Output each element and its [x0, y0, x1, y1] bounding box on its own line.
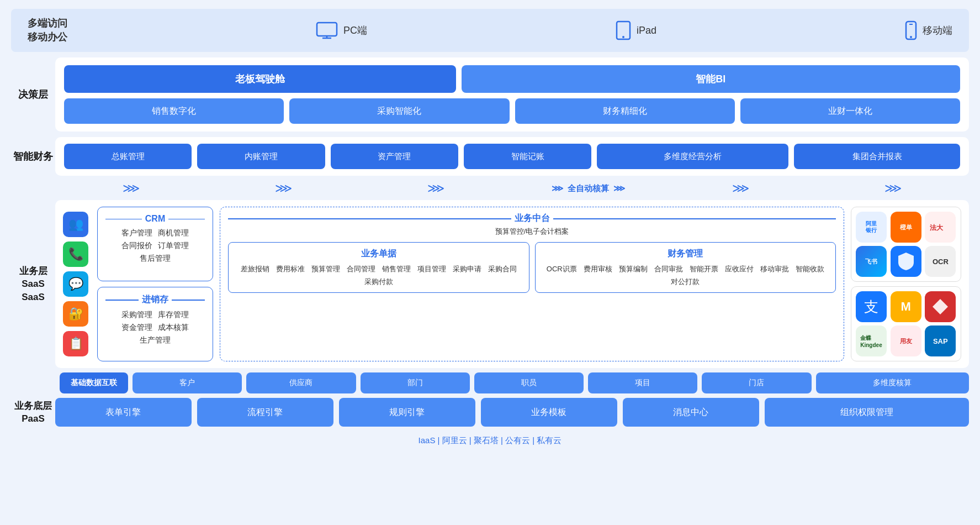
boss-cockpit-btn[interactable]: 老板驾驶舱 [64, 65, 456, 93]
finance-refined-btn[interactable]: 财务精细化 [515, 98, 735, 124]
bd-item-5: 项目管理 [417, 264, 446, 274]
arrow-6: ⋙ [817, 181, 969, 196]
main-container: 多端访问移动办公 PC端 iPad 移动端 [0, 0, 980, 525]
ipad-label: iPad [637, 25, 656, 36]
bd-item-7: 采购合同 [488, 264, 517, 274]
crm-item-0: 客户管理 [121, 228, 152, 238]
app-orange: 橙单 [891, 212, 921, 243]
crm-item-3: 订单管理 [158, 241, 189, 251]
foundation-dept[interactable]: 部门 [361, 372, 470, 393]
paas-form-engine[interactable]: 表单引擎 [55, 398, 192, 427]
pc-item: PC端 [316, 22, 367, 39]
paas-label: 业务底层 PaaS [11, 398, 55, 427]
foundation-multidim[interactable]: 多维度核算 [816, 372, 970, 393]
app-feishu: 飞书 [856, 246, 887, 277]
saas-label: 业务层 SaaS SaaS [11, 200, 55, 368]
arrow-3: ⋙ [360, 181, 512, 196]
bd-item-3: 合同管理 [347, 264, 375, 274]
general-ledger-btn[interactable]: 总账管理 [64, 144, 192, 169]
app-sap: SAP [925, 326, 956, 356]
mobile-label: 移动端 [923, 24, 952, 37]
icon-shield: 🔐 [63, 301, 88, 327]
fm-item-7: 智能收款 [796, 264, 824, 274]
ipad-icon [616, 20, 631, 40]
svg-marker-9 [933, 299, 948, 314]
paas-message-center[interactable]: 消息中心 [623, 398, 759, 427]
iaas-footer: IaaS | 阿里云 | 聚石塔 | 公有云 | 私有云 [11, 431, 969, 450]
fm-item-2: 预算编制 [619, 264, 648, 274]
saas-section: 业务层 SaaS SaaS 👥 📞 💬 🔐 📋 CRM [11, 200, 969, 368]
foundation-project[interactable]: 项目 [588, 372, 697, 393]
pc-label: PC端 [343, 24, 367, 37]
foundation-staff[interactable]: 职员 [474, 372, 584, 393]
paas-section: 业务底层 PaaS 表单引擎 流程引擎 规则引擎 业务模板 消息中心 组织权限管… [11, 398, 969, 427]
foundation-label-btn[interactable]: 基础数据互联 [60, 372, 128, 393]
app-ali-bank: 阿里银行 [856, 212, 887, 243]
sales-digital-btn[interactable]: 销售数字化 [64, 98, 284, 124]
decision-label: 决策层 [11, 57, 55, 132]
app-fadada: 法大 [925, 212, 956, 243]
arrow-1: ⋙ [55, 181, 208, 196]
foundation-store[interactable]: 门店 [702, 372, 811, 393]
mobile-item: 移动端 [905, 20, 952, 40]
paas-flow-engine[interactable]: 流程引擎 [197, 398, 333, 427]
foundation-customer[interactable]: 客户 [133, 372, 242, 393]
app-alipay: 支 [856, 291, 887, 322]
smart-bi-btn[interactable]: 智能BI [462, 65, 960, 93]
paas-biz-template[interactable]: 业务模板 [481, 398, 617, 427]
bd-item-4: 销售管理 [382, 264, 411, 274]
finance-label: 智能财务 [11, 137, 55, 176]
crm-item-4: 售后管理 [140, 254, 171, 264]
auto-calc-label: ⋙ 全自动核算 ⋙ [512, 183, 664, 194]
group-report-btn[interactable]: 集团合并报表 [794, 144, 960, 169]
fm-item-3: 合同审批 [654, 264, 683, 274]
apps-top-grid: 阿里银行 橙单 法大 飞书 OCR [851, 207, 961, 282]
icon-chat: 💬 [63, 271, 88, 297]
platform-subtitle: 预算管控/电子会计档案 [228, 227, 836, 237]
svg-point-6 [910, 36, 912, 38]
biz-docs-title: 业务单据 [235, 248, 522, 260]
jxc-item-3: 成本核算 [158, 323, 189, 333]
jxc-item-2: 资金管理 [121, 323, 152, 333]
smart-booking-btn[interactable]: 智能记账 [464, 144, 591, 169]
bd-item-1: 费用标准 [276, 264, 305, 274]
pc-icon [316, 22, 338, 39]
biz-finance-btn[interactable]: 业财一体化 [740, 98, 960, 124]
asset-mgmt-btn[interactable]: 资产管理 [331, 144, 458, 169]
right-apps: 阿里银行 橙单 法大 飞书 OCR [851, 207, 961, 361]
icon-doc: 📋 [63, 331, 88, 356]
app-meituan: M [891, 291, 921, 322]
app-shield [891, 246, 921, 277]
app-yonyou: 用友 [891, 326, 921, 356]
fm-item-0: OCR识票 [547, 264, 577, 274]
finance-mgmt-block: 财务管理 OCR识票 费用审核 预算编制 合同审批 智能开票 应收应付 移动审批… [535, 242, 836, 293]
middle-platform: 业务中台 预算管控/电子会计档案 业务单据 差旅报销 费用标准 预算管理 合同管… [220, 207, 844, 361]
bd-item-0: 差旅报销 [241, 264, 269, 274]
crm-title: CRM [145, 214, 165, 224]
jxc-title: 进销存 [142, 294, 168, 306]
multi-dim-btn[interactable]: 多维度经营分析 [597, 144, 788, 169]
svg-rect-0 [317, 23, 337, 36]
foundation-section: 基础数据互联 客户 供应商 部门 职员 项目 门店 多维度核算 [11, 372, 969, 393]
foundation-supplier[interactable]: 供应商 [246, 372, 356, 393]
crm-item-1: 商机管理 [158, 228, 189, 238]
fm-item-6: 移动审批 [760, 264, 789, 274]
crm-item-2: 合同报价 [121, 241, 152, 251]
crm-block: CRM 客户管理 商机管理 合同报价 订单管理 售后管理 [97, 207, 213, 281]
internal-ledger-btn[interactable]: 内账管理 [197, 144, 325, 169]
fm-item-5: 应收应付 [725, 264, 754, 274]
fm-item-1: 费用审核 [584, 264, 612, 274]
paas-rule-engine[interactable]: 规则引擎 [339, 398, 475, 427]
purchase-smart-btn[interactable]: 采购智能化 [289, 98, 509, 124]
app-kingdee: 金蝶Kingdee [856, 326, 887, 356]
svg-text:法大: 法大 [930, 224, 944, 232]
platform-title: 业务中台 [515, 213, 550, 224]
icon-people: 👥 [63, 212, 88, 237]
paas-org-permission[interactable]: 组织权限管理 [765, 398, 969, 427]
jxc-item-4: 生产管理 [140, 335, 171, 345]
app-dingding [925, 291, 956, 322]
jxc-item-0: 采购管理 [121, 310, 152, 320]
left-app-icons: 👥 📞 💬 🔐 📋 [63, 207, 91, 361]
jxc-item-1: 库存管理 [158, 310, 189, 320]
jxc-block: 进销存 采购管理 库存管理 资金管理 成本核算 生产管理 [97, 287, 213, 361]
